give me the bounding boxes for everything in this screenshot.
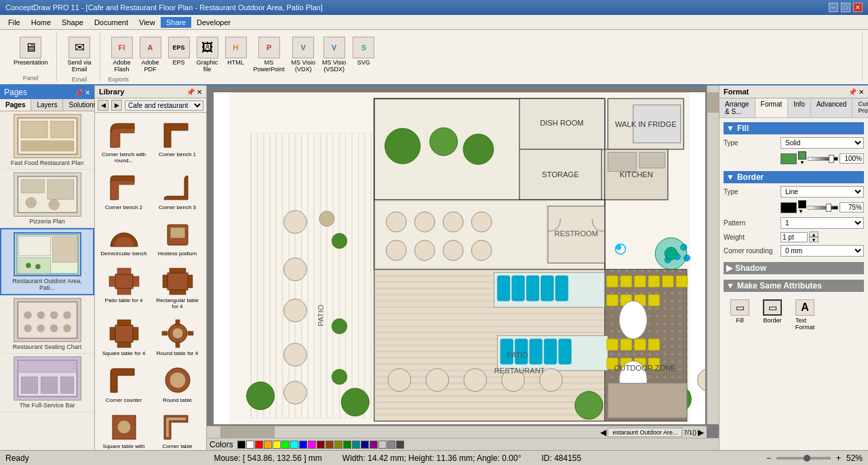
library-pin-button[interactable]: 📌 <box>186 88 195 96</box>
fill-color-swatch[interactable] <box>781 153 797 164</box>
ribbon-btn-presentation[interactable]: 🖥 Presentation <box>11 35 51 68</box>
page-item-full-service-bar[interactable]: The Full-Service Bar <box>0 354 94 412</box>
shadow-section-header[interactable]: ▶ Shadow <box>724 262 864 274</box>
lib-item-round-table[interactable]: Round table <box>151 361 203 407</box>
ribbon-btn-html[interactable]: H HTML <box>222 35 250 68</box>
ribbon-btn-visio-vdx[interactable]: V MS Visio(VDX) <box>289 35 318 75</box>
ribbon-btn-eps[interactable]: EPS EPS <box>165 35 193 68</box>
make-same-header[interactable]: ▼ Make Same Attributes <box>724 280 864 292</box>
make-same-text-btn[interactable]: A TextFormat <box>791 297 818 333</box>
canvas-scrollbar-vertical[interactable] <box>707 86 719 424</box>
color-swatch-red[interactable] <box>255 441 263 449</box>
border-color-swatch[interactable] <box>781 202 797 213</box>
menu-developer[interactable]: Developer <box>191 17 236 28</box>
zoom-slider[interactable] <box>776 457 831 460</box>
border-section-header[interactable]: ▼ Border <box>724 171 864 183</box>
lib-item-corner-bench-3[interactable]: Corner bench 3 <box>151 168 203 214</box>
color-swatch-magenta[interactable] <box>308 441 316 449</box>
canvas-page-nav[interactable]: ◀ <box>600 428 606 437</box>
color-swatch-teal[interactable] <box>352 441 360 449</box>
zoom-out-button[interactable]: − <box>766 453 771 463</box>
canvas[interactable]: DISH ROOM WALK IN FRIDGE STORAGE KITCHEN <box>214 92 705 424</box>
lib-item-corner-bench-round[interactable]: Corner bench with round... <box>98 115 150 167</box>
color-swatch-brown[interactable] <box>326 441 334 449</box>
ribbon-btn-powerpoint[interactable]: P MSPowerPoint <box>251 35 288 75</box>
make-same-fill-btn[interactable]: ▭ Fill <box>726 297 753 333</box>
tab-format[interactable]: Format <box>755 98 789 117</box>
color-swatch-yellow[interactable] <box>273 441 281 449</box>
lib-item-corner-bench-2[interactable]: Corner bench 2 <box>98 168 150 214</box>
tab-pages[interactable]: Pages <box>0 99 31 111</box>
color-swatch-cyan[interactable] <box>290 441 298 449</box>
menu-share[interactable]: Share <box>161 17 191 28</box>
menu-file[interactable]: File <box>3 17 26 28</box>
page-item-seating-chart[interactable]: Restaurant Seating Chart <box>0 295 94 354</box>
lib-item-square-table-round[interactable]: Square table with round... <box>98 407 150 450</box>
ribbon-btn-send-email[interactable]: ✉ Send viaEmail <box>65 35 94 75</box>
fill-opacity-input[interactable] <box>840 153 864 164</box>
border-opacity-slider[interactable] <box>808 206 838 210</box>
tab-info[interactable]: Info <box>788 98 811 117</box>
fill-opacity-slider[interactable] <box>808 157 838 161</box>
weight-spin-up[interactable]: ▲ <box>809 231 818 237</box>
library-category-select[interactable]: Cafe and restaurant <box>125 100 203 111</box>
canvas-scrollbar-horizontal[interactable]: ◀ estaraunt Outdoor Are... 7/1() ▶ <box>207 426 707 438</box>
color-swatch-orange[interactable] <box>264 441 272 449</box>
ribbon-btn-visio-vsdx[interactable]: V MS Visio(VSDX) <box>319 35 349 75</box>
ribbon-btn-svg[interactable]: S SVG <box>350 35 377 68</box>
color-swatch-light-gray[interactable] <box>378 441 387 449</box>
lib-item-corner-table[interactable]: Corner table <box>151 407 203 450</box>
canvas-tab-label[interactable]: estaraunt Outdoor Are... <box>608 428 682 437</box>
maximize-button[interactable]: □ <box>841 3 850 12</box>
border-weight-input[interactable] <box>781 232 808 242</box>
tab-advanced[interactable]: Advanced <box>811 98 852 117</box>
canvas-scroll[interactable]: DISH ROOM WALK IN FRIDGE STORAGE KITCHEN <box>207 86 719 438</box>
border-opacity-input[interactable] <box>840 202 864 212</box>
color-swatch-dark-green[interactable] <box>343 441 351 449</box>
color-swatch-olive[interactable] <box>334 441 342 449</box>
color-swatch-white[interactable] <box>246 441 254 449</box>
page-item-restaurant-outdoor[interactable]: Restaurant Outdoor Area, Pati... <box>0 228 94 295</box>
lib-item-rect-table-4[interactable]: Rectangular table for 4 <box>151 261 203 313</box>
menu-view[interactable]: View <box>134 17 161 28</box>
lib-item-corner-bench-1[interactable]: Corner bench 1 <box>151 115 203 167</box>
fill-color-btn[interactable]: ▼ <box>798 151 806 166</box>
format-close-button[interactable]: ✕ <box>859 88 864 96</box>
library-close-button[interactable]: ✕ <box>197 88 202 96</box>
lib-item-square-table-4[interactable]: Square table for 4 <box>98 314 150 360</box>
lib-item-demicircular-bench[interactable]: Demicircular bench <box>98 215 150 260</box>
fill-section-header[interactable]: ▼ Fill <box>724 122 864 134</box>
library-nav-forward[interactable]: ▶ <box>111 100 122 111</box>
page-item-fast-food[interactable]: Fast Food Restaurant Plan <box>0 111 94 170</box>
color-swatch-purple[interactable] <box>370 441 378 449</box>
color-swatch-blue[interactable] <box>299 441 307 449</box>
zoom-in-button[interactable]: + <box>836 453 841 463</box>
border-pattern-select[interactable]: 1 2 3 <box>781 217 864 229</box>
pages-pin-button[interactable]: 📌 <box>75 89 83 96</box>
pages-close-button[interactable]: ✕ <box>85 89 90 96</box>
tab-arrange[interactable]: Arrange & S... <box>719 98 755 117</box>
border-color-btn[interactable]: ▼ <box>798 200 806 215</box>
menu-home[interactable]: Home <box>26 17 56 28</box>
minimize-button[interactable]: ─ <box>829 3 838 12</box>
color-swatch-navy[interactable] <box>361 441 369 449</box>
menu-shape[interactable]: Shape <box>56 17 89 28</box>
border-weight-spinner[interactable]: ▲ ▼ <box>809 231 818 242</box>
weight-spin-down[interactable]: ▼ <box>809 237 818 242</box>
color-swatch-green[interactable] <box>281 441 290 449</box>
border-type-select[interactable]: Line None Dashed <box>781 186 864 198</box>
format-pin-button[interactable]: 📌 <box>848 88 856 96</box>
color-swatch-dark-red[interactable] <box>317 441 325 449</box>
color-swatch-gray[interactable] <box>387 441 395 449</box>
make-same-border-btn[interactable]: ▭ Border <box>759 297 786 333</box>
menu-document[interactable]: Document <box>89 17 134 28</box>
lib-item-corner-counter[interactable]: Corner counter <box>98 361 150 407</box>
lib-item-round-table-4[interactable]: Round table for 4 <box>151 314 203 360</box>
page-item-pizzeria[interactable]: Pizzeria Plan <box>0 170 94 228</box>
ribbon-btn-graphic[interactable]: 🖼 Graphicfile <box>194 35 221 75</box>
fill-type-select[interactable]: Solid None Linear <box>781 137 864 149</box>
color-swatch-black[interactable] <box>237 441 245 449</box>
lib-item-patio-table-4[interactable]: Patio table for 4 <box>98 261 150 313</box>
canvas-page-nav-right[interactable]: ▶ <box>698 428 704 437</box>
close-button[interactable]: ✕ <box>853 3 863 12</box>
